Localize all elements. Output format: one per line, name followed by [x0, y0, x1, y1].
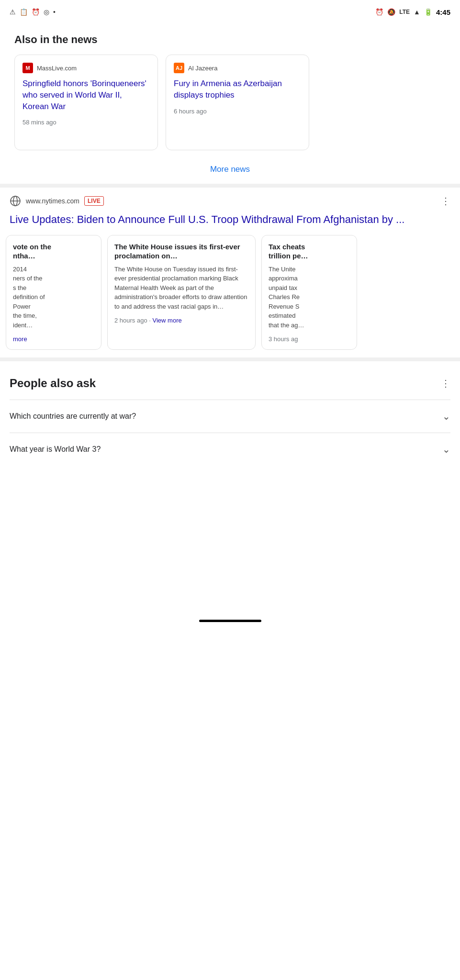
masslive-logo: M	[22, 63, 33, 73]
aljazeera-logo: AJ	[174, 63, 184, 73]
status-bar: ⚠ 📋 ⏰ ◎ • ⏰ 🔕 LTE ▲ 🔋 4:45	[0, 0, 460, 24]
paa-chevron-2: ⌄	[442, 444, 450, 455]
paa-question-2-text: What year is World War 3?	[10, 445, 101, 454]
article-card-2-body: The White House on Tuesday issued its fi…	[114, 265, 248, 312]
globe-icon	[10, 195, 21, 207]
paa-header: People also ask ⋮	[10, 377, 450, 390]
dot-icon: •	[53, 8, 56, 16]
article-card-1[interactable]: vote on thentha… 2014ners of thes thedef…	[6, 235, 101, 350]
bottom-nav	[0, 614, 460, 632]
article-card-3-meta: 3 hours ag	[269, 335, 350, 343]
status-time: 4:45	[436, 8, 450, 16]
article-card-3[interactable]: Tax cheatstrillion pe… The Uniteapproxim…	[261, 235, 357, 350]
article-card-2-meta: 2 hours ago · View more	[114, 317, 248, 324]
article-card-3-body: The Uniteapproximaunpaid taxCharles ReRe…	[269, 265, 350, 330]
battery-warning-icon: ⚠	[10, 8, 16, 16]
alarm-icon: ⏰	[32, 8, 40, 16]
aljazeera-headline[interactable]: Fury in Armenia as Azerbaijan displays t…	[174, 78, 301, 101]
also-in-news-section: Also in the news M MassLive.com Springfi…	[0, 24, 460, 155]
more-news-container: More news	[0, 155, 460, 184]
news-cards-row: M MassLive.com Springfield honors 'Borin…	[14, 55, 446, 150]
article-card-1-viewmore[interactable]: more	[13, 335, 27, 343]
people-also-ask-section: People also ask ⋮ Which countries are cu…	[0, 365, 460, 470]
nyt-menu-icon[interactable]: ⋮	[441, 195, 450, 207]
article-card-2-time: 2 hours ago	[114, 317, 147, 324]
also-in-news-title: Also in the news	[14, 33, 446, 46]
section-divider-1	[0, 184, 460, 188]
alarm-right-icon: ⏰	[375, 8, 383, 16]
aljazeera-time: 6 hours ago	[174, 108, 301, 115]
signal-icon: ▲	[414, 8, 420, 16]
masslive-source-name: MassLive.com	[37, 65, 77, 72]
masslive-time: 58 mins ago	[22, 119, 150, 126]
lte-icon: LTE	[399, 9, 410, 15]
news-card-source-2: AJ Al Jazeera	[174, 63, 301, 73]
nyt-section: www.nytimes.com LIVE ⋮ Live Updates: Bid…	[0, 188, 460, 227]
paa-question-2[interactable]: What year is World War 3? ⌄	[10, 433, 450, 466]
nyt-url: www.nytimes.com	[26, 197, 79, 205]
more-news-link[interactable]: More news	[210, 165, 250, 174]
news-card-source-1: M MassLive.com	[22, 63, 150, 73]
paa-question-1[interactable]: Which countries are currently at war? ⌄	[10, 400, 450, 433]
article-card-1-meta: more	[13, 335, 94, 343]
article-card-3-title: Tax cheatstrillion pe…	[269, 242, 350, 261]
live-badge: LIVE	[84, 196, 104, 206]
paa-menu-icon[interactable]: ⋮	[441, 378, 450, 389]
paa-question-1-text: Which countries are currently at war?	[10, 412, 136, 421]
aljazeera-source-name: Al Jazeera	[188, 65, 217, 72]
article-card-2[interactable]: The White House issues its first-ever pr…	[107, 235, 256, 350]
paa-title: People also ask	[10, 377, 96, 390]
masslive-headline[interactable]: Springfield honors 'Borinqueneers' who s…	[22, 78, 150, 112]
article-card-1-title: vote on thentha…	[13, 242, 94, 261]
paa-chevron-1: ⌄	[442, 411, 450, 422]
section-divider-2	[0, 357, 460, 361]
article-card-2-title: The White House issues its first-ever pr…	[114, 242, 248, 261]
nyt-headline[interactable]: Live Updates: Biden to Announce Full U.S…	[10, 212, 450, 227]
clipboard-icon: 📋	[20, 8, 28, 16]
mute-icon: 🔕	[387, 8, 395, 16]
chrome-icon: ◎	[44, 8, 49, 16]
bottom-nav-bar	[199, 620, 261, 622]
status-bar-right: ⏰ 🔕 LTE ▲ 🔋 4:45	[375, 8, 450, 16]
status-bar-left: ⚠ 📋 ⏰ ◎ •	[10, 8, 56, 16]
news-card-aljazeera[interactable]: AJ Al Jazeera Fury in Armenia as Azerbai…	[166, 55, 309, 150]
news-card-masslive[interactable]: M MassLive.com Springfield honors 'Borin…	[14, 55, 158, 150]
nyt-source-row: www.nytimes.com LIVE	[10, 195, 104, 207]
article-card-2-viewmore[interactable]: View more	[153, 317, 182, 324]
article-card-1-body: 2014ners of thes thedefinition ofPowerth…	[13, 265, 94, 330]
nyt-header: www.nytimes.com LIVE ⋮	[10, 195, 450, 207]
article-cards-row: vote on thentha… 2014ners of thes thedef…	[6, 235, 454, 350]
article-card-2-separator: ·	[149, 317, 152, 324]
battery-icon: 🔋	[424, 8, 432, 16]
